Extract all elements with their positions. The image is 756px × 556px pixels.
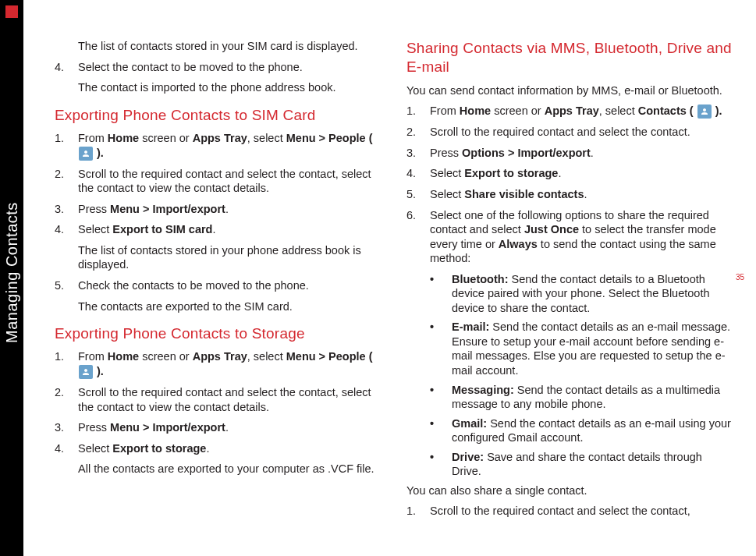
left-column: The list of contacts stored in your SIM … — [55, 39, 382, 538]
list-number: 4. — [55, 222, 78, 237]
list-number: 2. — [55, 167, 78, 196]
list-text: Press Options > Import/export. — [430, 146, 733, 161]
list-item: 1. Scroll to the required contact and se… — [406, 504, 733, 519]
list-item: 5. Select Share visible contacts. — [406, 187, 733, 202]
section-tab-label: Managing Contacts — [0, 195, 23, 351]
body-text: You can also share a single contact. — [406, 483, 733, 498]
right-column: Sharing Contacts via MMS, Bluetooth, Dri… — [406, 39, 733, 538]
people-icon — [79, 365, 93, 379]
list-item: 3. Press Options > Import/export. — [406, 146, 733, 161]
list-item: 4. Select Export to SIM card. — [55, 222, 382, 237]
list-number: 1. — [406, 104, 430, 119]
content-columns: The list of contacts stored in your SIM … — [55, 39, 733, 538]
list-number: 1. — [55, 131, 78, 161]
body-text: The list of contacts stored in your SIM … — [78, 39, 382, 54]
contacts-icon — [697, 104, 712, 119]
list-item: 1. From Home screen or Apps Tray, select… — [406, 104, 733, 119]
list-item: 1. From Home screen or Apps Tray, select… — [55, 349, 382, 379]
list-item: 3. Press Menu > Import/export. — [55, 420, 382, 435]
list-item: 3. Press Menu > Import/export. — [55, 202, 382, 217]
bullet-text: Bluetooth: Send the contact details to a… — [452, 272, 733, 316]
bullet-dot: • — [430, 320, 452, 377]
list-item: 6. Select one of the following options t… — [406, 208, 733, 266]
section-heading: Sharing Contacts via MMS, Bluetooth, Dri… — [406, 39, 733, 77]
list-number: 3. — [406, 146, 430, 161]
list-text: Select one of the following options to s… — [430, 208, 733, 266]
bullet-dot: • — [430, 383, 452, 412]
list-text: Press Menu > Import/export. — [78, 420, 382, 435]
list-text: From Home screen or Apps Tray, select Me… — [78, 131, 382, 161]
list-number: 5. — [55, 278, 78, 293]
list-text: Select Export to storage. — [430, 166, 733, 181]
list-text: Scroll to the required contact and selec… — [78, 385, 382, 414]
list-number: 6. — [406, 208, 430, 266]
bullet-text: Messaging: Send the contact details as a… — [452, 383, 733, 412]
body-text: The contacts are exported to the SIM car… — [78, 299, 382, 314]
list-text: Scroll to the required contact and selec… — [430, 504, 733, 519]
page-number: 35 — [736, 273, 744, 282]
body-text: You can send contact information by MMS,… — [406, 83, 733, 98]
body-text: All the contacts are exported to your co… — [78, 462, 382, 476]
body-text: The contact is imported to the phone add… — [78, 80, 382, 95]
list-item: 1. From Home screen or Apps Tray, select… — [55, 131, 382, 161]
red-square-marker — [5, 5, 18, 18]
list-item: 4. Select the contact to be moved to the… — [55, 60, 382, 75]
section-heading: Exporting Phone Contacts to SIM Card — [55, 106, 382, 125]
bullet-dot: • — [430, 416, 452, 445]
list-number: 4. — [55, 441, 78, 456]
list-number: 3. — [55, 202, 78, 217]
list-item: 2. Scroll to the required contact and se… — [55, 167, 382, 196]
people-icon — [79, 147, 93, 161]
list-number: 2. — [55, 385, 78, 414]
list-text: Scroll to the required contact and selec… — [78, 167, 382, 196]
list-item: 2. Scroll to the required contact and se… — [55, 385, 382, 414]
list-text: Select Export to storage. — [78, 441, 382, 456]
list-text: Select the contact to be moved to the ph… — [78, 60, 382, 75]
bullet-text: Drive: Save and share the contact detail… — [452, 450, 733, 479]
list-item: 4. Select Export to storage. — [55, 441, 382, 456]
list-number: 1. — [406, 504, 430, 519]
bullet-text: Gmail: Send the contact details as an e-… — [452, 416, 733, 445]
list-number: 4. — [406, 166, 430, 181]
section-heading: Exporting Phone Contacts to Storage — [55, 324, 382, 343]
list-text: Check the contacts to be moved to the ph… — [78, 278, 382, 293]
list-text: Select Share visible contacts. — [430, 187, 733, 202]
list-number: 4. — [55, 60, 78, 75]
list-item: 2. Scroll to the required contact and se… — [406, 125, 733, 140]
document-page: Managing Contacts 35 The list of contact… — [0, 0, 756, 556]
list-text: From Home screen or Apps Tray, select Me… — [78, 349, 382, 379]
list-number: 5. — [406, 187, 430, 202]
list-number: 3. — [55, 420, 78, 435]
bullet-item: • E-mail: Send the contact details as an… — [430, 320, 733, 377]
bullet-item: • Messaging: Send the contact details as… — [430, 383, 733, 412]
bullet-item: • Gmail: Send the contact details as an … — [430, 416, 733, 445]
list-item: 5. Check the contacts to be moved to the… — [55, 278, 382, 293]
list-number: 1. — [55, 349, 78, 379]
list-text: Select Export to SIM card. — [78, 222, 382, 237]
bullet-item: • Drive: Save and share the contact deta… — [430, 450, 733, 479]
list-item: 4. Select Export to storage. — [406, 166, 733, 181]
bullet-dot: • — [430, 450, 452, 479]
list-text: From Home screen or Apps Tray, select Co… — [430, 104, 733, 119]
list-text: Scroll to the required contact and selec… — [430, 125, 733, 140]
bullet-item: • Bluetooth: Send the contact details to… — [430, 272, 733, 316]
bullet-dot: • — [430, 272, 452, 316]
list-text: Press Menu > Import/export. — [78, 202, 382, 217]
list-number: 2. — [406, 125, 430, 140]
bullet-text: E-mail: Send the contact details as an e… — [452, 320, 733, 377]
body-text: The list of contacts stored in your phon… — [78, 243, 382, 272]
